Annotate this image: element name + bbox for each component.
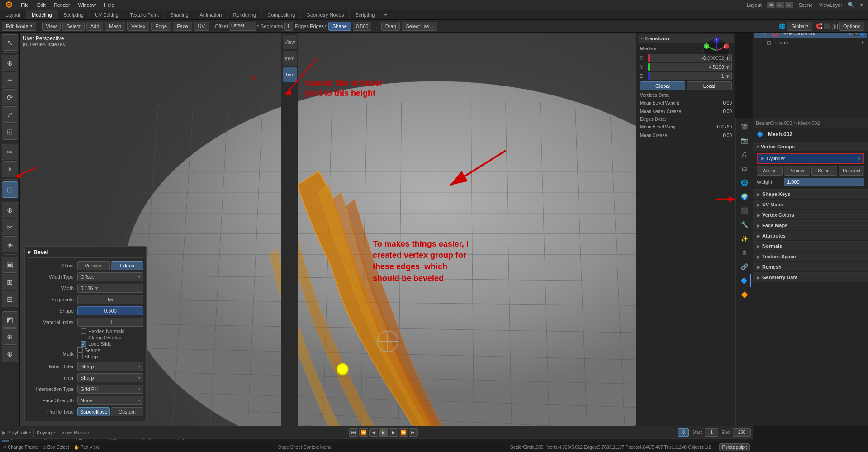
render-props-icon[interactable]: 📷 — [738, 133, 751, 147]
shape-keys-header[interactable]: ▶ Shape Keys — [753, 190, 868, 199]
mode-selector[interactable]: Edit Mode ▾ — [2, 22, 36, 31]
bevel-miter-outer-dropdown[interactable]: Sharp ▾ — [77, 362, 143, 371]
modifiers-icon[interactable]: 🔧 — [738, 218, 751, 231]
current-frame-indicator[interactable]: 0 — [678, 428, 689, 437]
add-menu[interactable]: Add — [86, 22, 104, 31]
viewport-shading-icon[interactable]: ◑ — [831, 23, 836, 29]
output-props-icon[interactable]: 🖨 — [738, 147, 751, 161]
play-btn[interactable]: ▶ — [379, 428, 388, 437]
search-icon-header[interactable]: 🔍 — [846, 2, 856, 8]
tool-knife[interactable]: ✂ — [2, 219, 18, 235]
tool-shrink[interactable]: ⊕ — [2, 346, 18, 362]
prev-frame-btn[interactable]: ◀ — [369, 428, 378, 437]
particles-icon[interactable]: ✨ — [738, 232, 751, 245]
bevel-face-strength-dropdown[interactable]: None ▾ — [77, 396, 143, 405]
outliner-plane[interactable]: ◻ Plane 👁 — [754, 38, 867, 47]
view-toggle-1[interactable]: ▦ — [767, 2, 775, 8]
vertex-colors-header[interactable]: ▶ Vertex Colors — [753, 210, 868, 219]
deselect-vg-button[interactable]: Deselect — [839, 166, 864, 176]
jump-end-btn[interactable]: ⏭ — [409, 428, 418, 437]
offset-dropdown[interactable]: Offset ▾ — [229, 22, 259, 31]
tool-inset[interactable]: ⊞ — [2, 274, 18, 290]
bevel-clamp-checkbox[interactable] — [81, 335, 86, 340]
edges-dropdown[interactable]: Edges ▾ — [310, 24, 327, 29]
keying-label[interactable]: Keying — [37, 430, 52, 435]
bevel-intersection-dropdown[interactable]: Grid Fill ▾ — [77, 385, 143, 394]
segments-value[interactable]: 1 — [284, 22, 293, 31]
uv-menu[interactable]: UV — [194, 22, 209, 31]
tool-smooth[interactable]: ⊕ — [2, 328, 18, 345]
tool-annotate[interactable]: ✏ — [2, 144, 18, 160]
local-button[interactable]: Local — [687, 81, 732, 90]
tool-extrude[interactable]: ▣ — [2, 257, 18, 273]
x-value[interactable]: -0.000002 m — [648, 54, 732, 62]
jump-start-btn[interactable]: ⏮ — [349, 428, 358, 437]
vertex-groups-header[interactable]: ▾ Vertex Groups — [753, 142, 868, 151]
tab-shading[interactable]: Shading — [165, 10, 194, 19]
menu-file[interactable]: File — [17, 1, 33, 9]
vg-edit-icon[interactable]: ✎ — [857, 156, 861, 161]
item-icon[interactable]: Item — [283, 51, 297, 66]
view-layer-icon[interactable]: 🗂 — [738, 162, 751, 175]
tab-texture-paint[interactable]: Texture Paint — [124, 10, 165, 19]
remesh-header[interactable]: ▶ Remesh — [753, 262, 868, 271]
viewport-3d[interactable]: User Perspective (0) BezierCircle.003 I … — [20, 33, 735, 426]
constraints-icon[interactable]: 🔗 — [738, 260, 751, 273]
tool-cursor[interactable]: ⊕ — [2, 55, 18, 71]
face-menu[interactable]: Face — [173, 22, 192, 31]
end-frame[interactable]: 250 — [733, 428, 751, 437]
bevel-superellipse-tab[interactable]: Superellipse — [77, 407, 110, 416]
prev-keyframe-btn[interactable]: ⏪ — [359, 428, 368, 437]
bevel-inner-dropdown[interactable]: Sharp ▾ — [77, 373, 143, 382]
material-icon[interactable]: 🔶 — [738, 288, 751, 301]
view-toggle-3[interactable]: ⊟ — [785, 2, 793, 8]
bevel-affect-vertices[interactable]: Vertices — [77, 261, 110, 270]
normals-header[interactable]: ▶ Normals — [753, 242, 868, 251]
tab-rendering[interactable]: Rendering — [228, 10, 262, 19]
options-button[interactable]: Options — [839, 22, 864, 31]
shape-value[interactable]: 0.500 — [353, 22, 372, 31]
bevel-segments-field[interactable]: 55 — [77, 295, 143, 304]
mesh-menu[interactable]: Mesh — [105, 22, 125, 31]
select-vg-button[interactable]: Select — [811, 166, 837, 176]
tool-transform[interactable]: ⊡ — [2, 124, 18, 140]
marker-label[interactable]: Marker — [74, 430, 89, 435]
tool-rotate[interactable]: ⟳ — [2, 89, 18, 105]
bevel-sharp-checkbox[interactable] — [77, 354, 83, 359]
timeline-ruler[interactable]: 0 0 50 100 150 200 250 — [0, 439, 753, 442]
scene-props-icon[interactable]: 🎬 — [738, 119, 751, 133]
next-frame-btn[interactable]: ▶ — [389, 428, 398, 437]
shape-button[interactable]: Shape — [328, 22, 351, 31]
timeline-view-label[interactable]: View — [61, 430, 72, 435]
eye-icon-plane[interactable]: 👁 — [861, 40, 865, 45]
tab-sculpting[interactable]: Sculpting — [58, 10, 90, 19]
tool-bisect[interactable]: ◈ — [2, 236, 18, 252]
world-icon[interactable]: 🌍 — [738, 190, 751, 203]
transform-section-header[interactable]: ▾ Transform — [638, 34, 734, 43]
bevel-affect-edges[interactable]: Edges — [111, 261, 143, 270]
tab-uv-editing[interactable]: UV Editing — [90, 10, 124, 19]
select-menu[interactable]: Select — [62, 22, 85, 31]
mean-vertex-crease-value[interactable]: 0.00 — [723, 109, 732, 114]
tool-spin[interactable]: ◩ — [2, 311, 18, 328]
weight-value[interactable]: 1.000 — [784, 178, 864, 186]
assign-button[interactable]: Assign — [757, 166, 783, 176]
scene-icon-side[interactable]: 🌐 — [738, 176, 751, 189]
menu-edit[interactable]: Edit — [33, 1, 49, 9]
object-props-icon[interactable]: ⬛ — [738, 204, 751, 217]
tool-select[interactable]: ↖ — [2, 34, 18, 51]
bevel-seams-checkbox[interactable] — [77, 347, 83, 353]
next-keyframe-btn[interactable]: ⏩ — [399, 428, 408, 437]
tool-scale[interactable]: ⤢ — [2, 106, 18, 123]
pokaz-button[interactable]: Pokaz pulpit — [719, 443, 750, 451]
global-dropdown[interactable]: Global ▾ — [787, 22, 812, 31]
tab-compositing[interactable]: Compositing — [262, 10, 301, 19]
tab-layout[interactable]: Layout — [0, 10, 26, 19]
playback-icon[interactable]: ▶ — [2, 429, 6, 436]
mean-crease-value[interactable]: 0.00 — [723, 133, 732, 138]
physics-icon[interactable]: ⚙ — [738, 246, 751, 259]
start-frame[interactable]: 1 — [705, 428, 718, 437]
tool-bevel[interactable]: ⊡ — [2, 181, 18, 198]
view-icon[interactable]: View — [283, 35, 297, 49]
select-last-button[interactable]: Select Las... — [402, 22, 437, 31]
